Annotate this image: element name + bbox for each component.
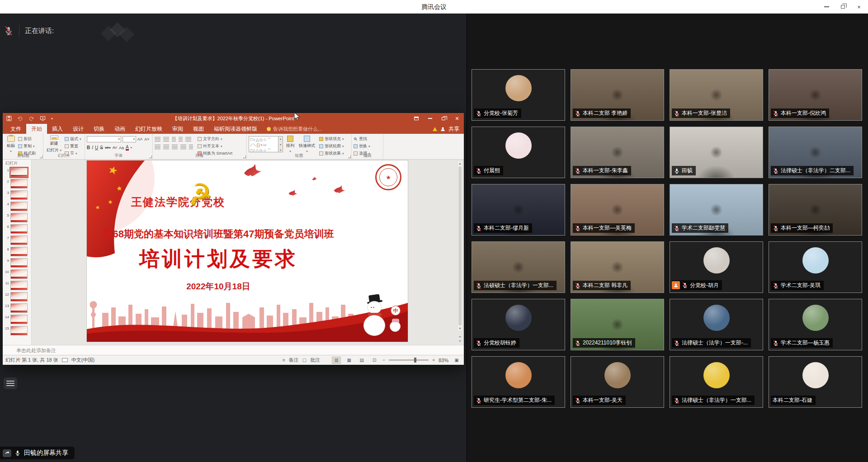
tab-animations[interactable]: 动画 (109, 124, 130, 134)
slide-thumbnail-5[interactable]: 5 (3, 212, 31, 223)
ribbon-options-button[interactable] (410, 113, 423, 124)
maximize-button[interactable] (835, 0, 851, 14)
font-size-combo[interactable]: ▾ (123, 136, 136, 142)
tab-insert[interactable]: 插入 (47, 124, 68, 134)
ppt-close-button[interactable]: ✕ (450, 113, 464, 124)
participant-tile[interactable]: 学术二支部—杨玉惠 (769, 299, 862, 350)
justify-icon[interactable] (180, 145, 186, 149)
align-text-button[interactable]: 对齐文本▾ (198, 143, 232, 149)
text-direction-button[interactable]: 文字方向▾ (198, 136, 232, 142)
dialog-launcher-icon[interactable] (348, 156, 351, 158)
find-button[interactable]: 🔍︎查找 (354, 136, 381, 142)
new-slide-button[interactable]: 新建 幻灯片 ▾ (45, 135, 63, 154)
slide-thumbnail-9[interactable]: 9 (3, 257, 31, 269)
participant-tile[interactable]: 法律硕士（非法学）二支部... (769, 127, 862, 178)
minimize-button[interactable] (818, 0, 835, 14)
ppt-minimize-button[interactable] (423, 113, 437, 124)
tell-me-box[interactable]: 告诉我您想要做什么... (267, 124, 322, 134)
participant-tile[interactable]: 本科二支部 韩非凡 (571, 241, 664, 293)
columns-icon[interactable] (189, 145, 193, 149)
participant-tile[interactable]: 法律硕士（法学）一支部-... (670, 299, 763, 350)
tab-view[interactable]: 视图 (188, 124, 209, 134)
slide-thumbnail-4[interactable]: 4 (3, 201, 31, 212)
comments-toggle[interactable]: 批注 (310, 357, 320, 363)
paste-button[interactable]: 粘贴▾ (5, 135, 16, 154)
decrease-indent-icon[interactable] (172, 137, 176, 141)
participant-tile[interactable]: 分党校胡钰婷 (472, 299, 565, 350)
dialog-launcher-icon[interactable] (40, 156, 42, 158)
normal-view-button[interactable]: ▥ (332, 357, 341, 364)
notes-pane[interactable]: 单击此处添加备注 (3, 345, 464, 355)
shape-fill-button[interactable]: 形状填充▾ (319, 136, 344, 142)
participant-tile[interactable]: 本科一支部—柯奕劼 (769, 184, 862, 236)
tab-home[interactable]: 开始 (26, 124, 47, 134)
italic-button[interactable]: I (92, 145, 93, 150)
font-color-button[interactable]: A (126, 145, 129, 151)
close-button[interactable]: × (851, 0, 867, 14)
dialog-launcher-icon[interactable] (243, 156, 246, 158)
change-case-button[interactable]: Aa (119, 146, 124, 150)
tab-slideshow[interactable]: 幻灯片放映 (130, 124, 167, 134)
participant-tile[interactable]: 研究生-学术型第二支部-朱... (472, 356, 565, 408)
participant-tile[interactable]: 分党校-张菊芳 (472, 69, 565, 121)
reset-button[interactable]: 重置 (65, 143, 81, 149)
strikethrough-button[interactable]: S (100, 145, 103, 150)
scroll-thumb[interactable] (458, 166, 462, 325)
slide-thumbnail-10[interactable]: 10 (3, 269, 31, 280)
zoom-slider[interactable] (389, 359, 429, 361)
slide-canvas[interactable]: 王健法学院分党校 ☭ ★ 第68期党的基本知识培训班暨第47期预备党员培训 (87, 160, 408, 342)
slide-thumbnail-12[interactable]: 12 (3, 291, 31, 302)
cut-button[interactable]: 剪切 (18, 136, 36, 142)
tab-foxit[interactable]: 福昕阅读器领鲜版 (209, 124, 262, 134)
slide-thumbnail-7[interactable]: 7 (3, 235, 31, 246)
slide-thumbnail-13[interactable]: 13 (3, 302, 31, 314)
layout-toggle-button[interactable] (4, 377, 17, 389)
participant-tile[interactable]: 法律硕士（非法学）一支部... (670, 356, 763, 408)
font-name-combo[interactable]: ▾ (87, 136, 121, 142)
zoom-slider-thumb[interactable] (414, 358, 416, 363)
dialog-launcher-icon[interactable] (149, 156, 152, 158)
reading-view-button[interactable]: ▤ (357, 357, 366, 364)
align-center-icon[interactable] (163, 145, 169, 149)
participant-tile[interactable]: 本科一支部-朱李鑫 (571, 127, 664, 178)
arrange-button[interactable]: 排列▾ (285, 135, 296, 154)
participant-tile[interactable]: 20224211010李钰钊 (571, 299, 664, 350)
tab-file[interactable]: 文件 (5, 124, 26, 134)
notification-icon[interactable] (433, 127, 437, 131)
scroll-up-icon[interactable]: ▲ (458, 162, 462, 165)
slide-vertical-scrollbar[interactable]: ▲ ▼ (457, 160, 463, 331)
participant-tile[interactable]: 分党校-胡月 (670, 241, 763, 293)
participant-tile[interactable]: 本科二支部 李艳娇 (571, 69, 664, 121)
participant-tile[interactable]: 学术二支部-吴琪 (769, 241, 862, 293)
participant-tile[interactable]: 学术二支部鄢雯慧 (670, 184, 763, 236)
slide-sorter-button[interactable]: ▦ (344, 357, 354, 364)
increase-indent-icon[interactable] (179, 137, 183, 141)
screen-share-banner[interactable]: 田毓的屏幕共享 (0, 447, 75, 459)
ppt-titlebar[interactable]: ▾ 【培训计划及要求】2022年秋季分党校(1) - PowerPoint ✕ (3, 113, 464, 124)
shapes-scroll[interactable]: ▴▾▾ (278, 136, 283, 152)
tab-transitions[interactable]: 切换 (89, 124, 109, 134)
slide-thumbnail-8[interactable]: 8 (3, 246, 31, 257)
align-left-icon[interactable] (155, 145, 160, 149)
underline-button[interactable]: U (95, 145, 98, 150)
line-spacing-icon[interactable] (185, 137, 191, 141)
participant-tile[interactable]: 本科一支部—吴英梅 (571, 184, 664, 236)
shrink-font-icon[interactable]: A˅ (144, 137, 149, 141)
notes-toggle[interactable]: 备注 (289, 357, 299, 363)
language-label[interactable]: 中文(中国) (71, 357, 94, 363)
tab-design[interactable]: 设计 (68, 124, 89, 134)
participant-tile[interactable]: 法硕硕士（非法学）一支部... (472, 241, 565, 293)
layout-button[interactable]: 版式▾ (65, 136, 81, 142)
shapes-gallery[interactable]: □○△◇☆⌒ ⟋⟍{}+⇨ □○△◇☆⌒ (249, 136, 278, 152)
grow-font-icon[interactable]: A˄ (137, 137, 142, 141)
shape-outline-button[interactable]: 形状轮廓▾ (319, 143, 344, 149)
slide-thumbnail-3[interactable]: 3 (3, 189, 31, 201)
slide-thumbnail-2[interactable]: 2 (3, 178, 31, 189)
participant-tile[interactable]: 付晨熙 (472, 127, 565, 178)
ppt-restore-button[interactable] (437, 113, 450, 124)
participant-tile[interactable]: 本科二支部-石婕 (769, 356, 862, 408)
bullets-icon[interactable] (155, 137, 160, 141)
tab-review[interactable]: 审阅 (167, 124, 188, 134)
char-spacing-button[interactable]: AV (113, 146, 117, 150)
quick-styles-button[interactable]: 快速样式▾ (297, 135, 316, 154)
